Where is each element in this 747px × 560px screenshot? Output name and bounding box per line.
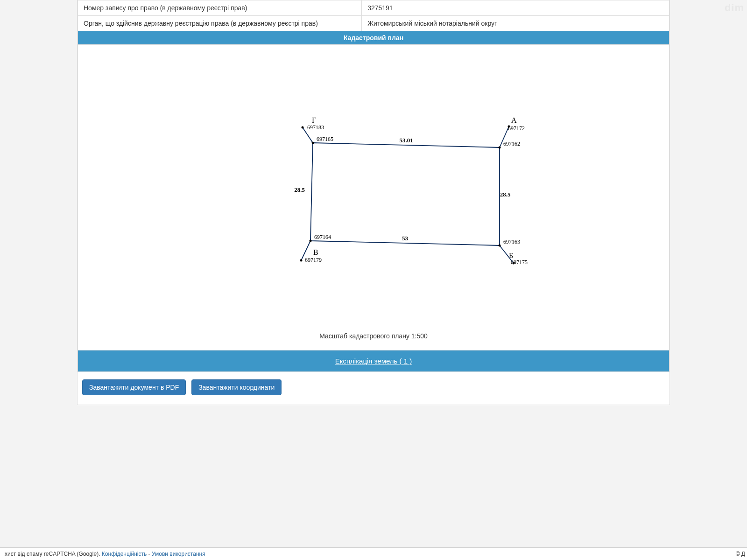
meta-label: Орган, що здійснив державну реєстрацію п… (78, 16, 362, 31)
side-length: 28.5 (500, 191, 511, 198)
inner-node-label: 697165 (317, 136, 333, 142)
download-pdf-button[interactable]: Завантажити документ в PDF (82, 379, 186, 395)
explication-link[interactable]: Експлікація земель ( 1 ) (335, 357, 412, 365)
meta-value: Житомирський міський нотаріальний округ (362, 16, 669, 31)
outer-node-dot (300, 259, 303, 262)
meta-label: Номер запису про право (в державному реє… (78, 0, 362, 16)
inner-node-dot (499, 245, 501, 247)
explication-bar: Експлікація земель ( 1 ) (78, 350, 669, 372)
table-row: Номер запису про право (в державному реє… (78, 0, 669, 16)
buttons-row: Завантажити документ в PDF Завантажити к… (78, 372, 669, 405)
section-header-cadastral-plan: Кадастровий план (78, 31, 669, 45)
inner-node-dot (310, 240, 312, 242)
vertex-letter: В (313, 248, 318, 256)
cadastral-plan-svg: 697183Г697172А697175Б697179В697165697162… (140, 49, 607, 329)
vertex-letter: Б (509, 252, 513, 259)
meta-value: 3275191 (362, 0, 669, 16)
scale-text: Масштаб кадастрового плану 1:500 (78, 329, 669, 345)
outer-node-label: 697172 (508, 125, 525, 132)
side-length: 28.5 (294, 186, 305, 193)
outer-node-dot (302, 126, 304, 129)
outer-node-label: 697175 (511, 259, 528, 266)
inner-node-dot (499, 147, 501, 149)
table-row: Орган, що здійснив державну реєстрацію п… (78, 16, 669, 31)
vertex-letter: Г (312, 116, 316, 124)
side-length: 53.01 (399, 137, 413, 144)
parcel-outline (310, 143, 500, 245)
download-coords-button[interactable]: Завантажити координати (191, 379, 282, 395)
side-length: 53 (402, 235, 409, 242)
watermark: dim (725, 2, 744, 14)
cadastral-plan: 697183Г697172А697175Б697179В697165697162… (78, 45, 669, 350)
vertex-letter: А (511, 116, 517, 124)
meta-table: Номер запису про право (в державному реє… (78, 0, 669, 31)
inner-node-label: 697163 (503, 238, 520, 245)
inner-node-label: 697164 (314, 234, 331, 240)
inner-node-label: 697162 (503, 140, 520, 147)
outer-node-label: 697183 (307, 124, 324, 131)
outer-node-label: 697179 (305, 257, 322, 263)
inner-node-dot (312, 142, 314, 144)
